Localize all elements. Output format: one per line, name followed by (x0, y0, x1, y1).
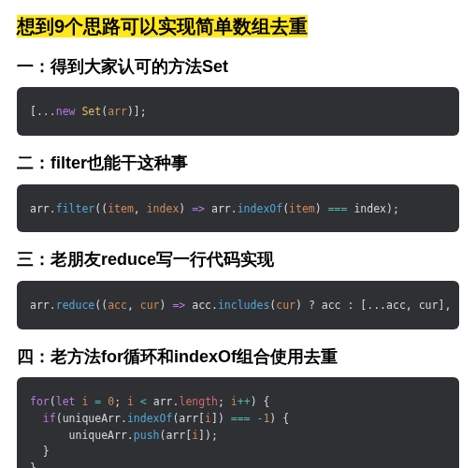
code-block-1: [...new Set(arr)]; (17, 87, 459, 136)
section-heading-3: 三：老朋友reduce写一行代码实现 (17, 249, 459, 271)
code-block-2: arr.filter((item, index) => arr.indexOf(… (17, 184, 459, 233)
section-heading-1: 一：得到大家认可的方法Set (17, 56, 459, 78)
code-block-4: for(let i = 0; i < arr.length; i++) { if… (17, 377, 459, 468)
page-title: 想到9个思路可以实现简单数组去重 (17, 15, 308, 37)
section-heading-4: 四：老方法for循环和indexOf组合使用去重 (17, 346, 459, 368)
code-block-3: arr.reduce((acc, cur) => acc.includes(cu… (17, 281, 459, 329)
section-heading-2: 二：filter也能干这种事 (17, 153, 459, 174)
